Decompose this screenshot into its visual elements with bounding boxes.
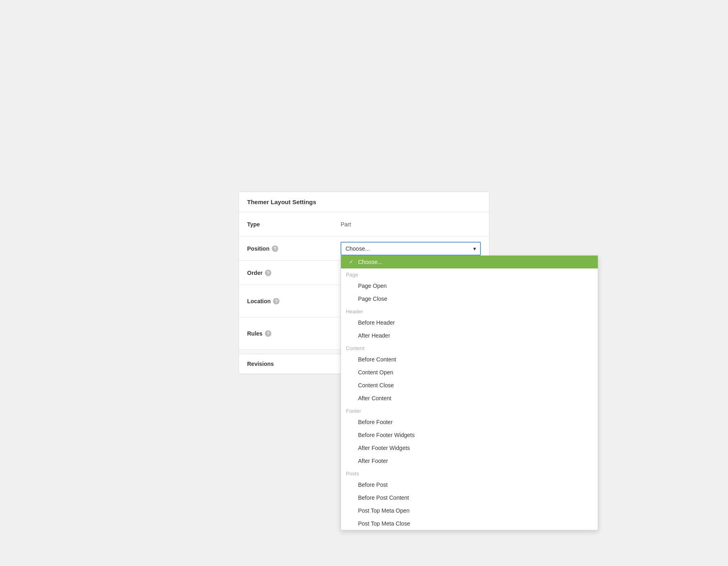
dropdown-item-page-close[interactable]: Page Close bbox=[341, 292, 598, 305]
type-label: Type bbox=[247, 221, 341, 228]
dropdown-item-after-post-content[interactable]: After Post Content bbox=[341, 530, 598, 530]
dropdown-item-post-top-meta-open[interactable]: Post Top Meta Open bbox=[341, 504, 598, 517]
dropdown-group-header: Header bbox=[341, 305, 598, 316]
dropdown-item-before-post[interactable]: Before Post bbox=[341, 478, 598, 491]
dropdown-item-before-footer[interactable]: Before Footer bbox=[341, 416, 598, 429]
order-label: Order ? bbox=[247, 270, 341, 276]
dropdown-item-before-post-content[interactable]: Before Post Content bbox=[341, 491, 598, 504]
position-dropdown-wrapper: Choose... ▾ ✓ Choose... Page bbox=[341, 242, 481, 256]
dropdown-group-content: Content bbox=[341, 342, 598, 353]
dropdown-group-posts: Posts bbox=[341, 467, 598, 478]
panel-body: Type Part Position ? Choose... ▾ bbox=[239, 212, 489, 350]
position-help-icon[interactable]: ? bbox=[272, 245, 278, 252]
dropdown-item-after-header[interactable]: After Header bbox=[341, 329, 598, 342]
position-dropdown-container: Choose... ▾ ✓ Choose... Page bbox=[341, 237, 481, 260]
dropdown-group-footer: Footer bbox=[341, 405, 598, 416]
dropdown-item-after-footer-widgets[interactable]: After Footer Widgets bbox=[341, 441, 598, 454]
position-dropdown-menu: ✓ Choose... Page Page Open bbox=[341, 256, 598, 530]
check-icon: ✓ bbox=[349, 259, 355, 265]
dropdown-item-post-top-meta-close[interactable]: Post Top Meta Close bbox=[341, 517, 598, 530]
position-label: Position ? bbox=[247, 245, 341, 252]
settings-panel: Themer Layout Settings Type Part Positio… bbox=[239, 192, 489, 374]
type-row: Type Part bbox=[239, 212, 489, 237]
dropdown-item-after-content[interactable]: After Content bbox=[341, 392, 598, 405]
dropdown-item-content-close[interactable]: Content Close bbox=[341, 379, 598, 392]
dropdown-item-after-footer[interactable]: After Footer bbox=[341, 454, 598, 467]
panel-header: Themer Layout Settings bbox=[239, 192, 489, 212]
dropdown-item-page-open[interactable]: Page Open bbox=[341, 279, 598, 292]
order-help-icon[interactable]: ? bbox=[265, 270, 271, 276]
dropdown-item-choose[interactable]: ✓ Choose... bbox=[341, 256, 598, 268]
dropdown-item-content-open[interactable]: Content Open bbox=[341, 366, 598, 379]
type-value: Part bbox=[341, 216, 481, 232]
dropdown-item-before-footer-widgets[interactable]: Before Footer Widgets bbox=[341, 429, 598, 441]
dropdown-item-before-header[interactable]: Before Header bbox=[341, 316, 598, 329]
dropdown-item-before-content[interactable]: Before Content bbox=[341, 353, 598, 366]
location-help-icon[interactable]: ? bbox=[273, 298, 279, 304]
location-label: Location ? bbox=[247, 298, 341, 304]
rules-label: Rules ? bbox=[247, 330, 341, 337]
dropdown-group-page: Page bbox=[341, 268, 598, 279]
position-dropdown-trigger[interactable]: Choose... ▾ bbox=[341, 242, 481, 256]
position-row: Position ? Choose... ▾ ✓ bbox=[239, 237, 489, 261]
panel-title: Themer Layout Settings bbox=[247, 199, 316, 205]
rules-help-icon[interactable]: ? bbox=[265, 330, 271, 337]
chevron-down-icon: ▾ bbox=[473, 245, 476, 252]
